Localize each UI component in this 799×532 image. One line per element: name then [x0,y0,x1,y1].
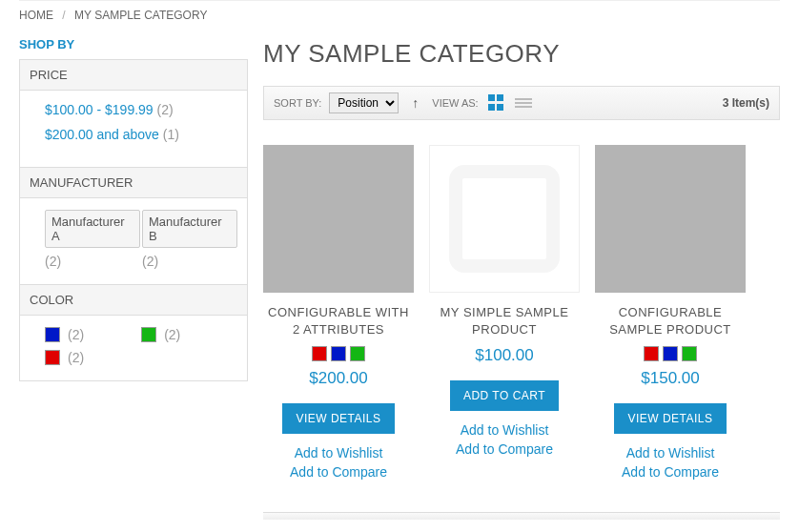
price-count: (1) [163,127,179,142]
product-image[interactable] [595,145,746,293]
manufacturer-count: (2) [45,254,140,269]
breadcrumb: HOME / MY SAMPLE CATEGORY [19,0,780,30]
add-to-wishlist-link[interactable]: Add to Wishlist [263,445,414,460]
product-price: $100.00 [429,346,580,365]
product-links: Add to WishlistAdd to Compare [429,422,580,457]
add-to-cart-button[interactable]: ADD TO CART [450,380,559,411]
color-filter-item[interactable]: (2) [141,327,180,342]
color-count: (2) [68,327,84,342]
product-name[interactable]: MY SIMPLE SAMPLE PRODUCT [429,304,580,338]
product-swatches [263,346,414,361]
swatch-icon[interactable] [331,346,346,361]
price-filter-item[interactable]: $100.00 - $199.99 (2) [45,102,237,117]
product-image[interactable] [429,145,580,293]
product-name[interactable]: CONFIGURABLE WITH 2 ATTRIBUTES [263,304,414,338]
view-grid-icon[interactable] [488,94,505,112]
color-count: (2) [68,350,84,365]
toolbar-bottom [263,512,780,520]
product-price: $150.00 [595,369,746,388]
manufacturer-option[interactable]: Manufacturer B [142,210,237,248]
view-as-label: VIEW AS: [432,97,478,109]
color-filter-item[interactable]: (2) [45,350,84,365]
filter-header-color: COLOR [20,284,247,316]
product-image[interactable] [263,145,414,293]
add-to-wishlist-link[interactable]: Add to Wishlist [429,422,580,438]
price-label: $100.00 - $199.99 [45,102,154,117]
product-links: Add to WishlistAdd to Compare [263,445,414,480]
product-links: Add to WishlistAdd to Compare [595,445,746,480]
sort-by-label: SORT BY: [274,97,321,109]
product-swatches [595,346,746,361]
swatch-icon[interactable] [682,346,697,361]
toolbar: SORT BY: Position ↑ VIEW AS: 3 Item(s) [263,86,780,120]
view-details-button[interactable]: VIEW DETAILS [614,403,726,434]
color-swatch-icon [45,350,60,365]
add-to-compare-link[interactable]: Add to Compare [263,464,414,480]
swatch-icon[interactable] [644,346,659,361]
swatch-icon[interactable] [312,346,327,361]
color-filter-item[interactable]: (2) [45,327,84,342]
breadcrumb-sep: / [62,9,65,22]
color-swatch-icon [141,327,156,342]
price-count: (2) [157,102,174,117]
breadcrumb-home[interactable]: HOME [19,9,53,22]
add-to-compare-link[interactable]: Add to Compare [429,441,580,457]
filter-header-price: PRICE [20,60,247,91]
product-name[interactable]: CONFIGURABLE SAMPLE PRODUCT [595,304,746,338]
price-label: $200.00 and above [45,127,159,142]
color-count: (2) [164,327,180,342]
swatch-icon[interactable] [663,346,678,361]
breadcrumb-current: MY SAMPLE CATEGORY [74,9,207,22]
product-grid: CONFIGURABLE WITH 2 ATTRIBUTES$200.00VIE… [263,145,780,483]
filter-box: PRICE $100.00 - $199.99 (2) $200.00 and … [19,59,248,381]
sidebar-title: SHOP BY [19,37,248,51]
page-title: MY SAMPLE CATEGORY [263,39,780,69]
view-list-icon[interactable] [515,98,532,107]
sort-select[interactable]: Position [329,92,399,113]
sort-direction-icon[interactable]: ↑ [412,95,419,111]
swatch-icon[interactable] [350,346,365,361]
main-content: MY SAMPLE CATEGORY SORT BY: Position ↑ V… [263,37,780,520]
product-card: MY SIMPLE SAMPLE PRODUCT$100.00ADD TO CA… [429,145,580,483]
product-price: $200.00 [263,369,414,388]
add-to-compare-link[interactable]: Add to Compare [595,464,746,480]
color-swatch-icon [45,327,60,342]
item-count: 3 Item(s) [723,96,769,110]
product-card: CONFIGURABLE SAMPLE PRODUCT$150.00VIEW D… [595,145,746,483]
manufacturer-option[interactable]: Manufacturer A [45,210,140,248]
sidebar: SHOP BY PRICE $100.00 - $199.99 (2) $200… [19,37,248,520]
view-details-button[interactable]: VIEW DETAILS [282,403,394,434]
manufacturer-count: (2) [142,254,237,269]
price-filter-item[interactable]: $200.00 and above (1) [45,127,237,142]
product-card: CONFIGURABLE WITH 2 ATTRIBUTES$200.00VIE… [263,145,414,483]
add-to-wishlist-link[interactable]: Add to Wishlist [595,445,746,460]
filter-header-manufacturer: MANUFACTURER [20,167,247,198]
